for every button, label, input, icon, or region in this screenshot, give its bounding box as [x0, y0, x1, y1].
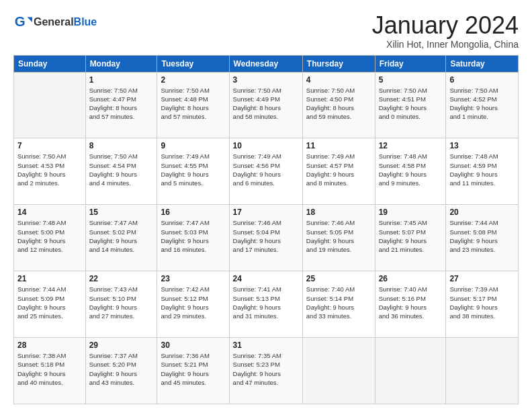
- calendar-cell: 9Sunrise: 7:49 AMSunset: 4:55 PMDaylight…: [157, 138, 229, 205]
- calendar-table: Sunday Monday Tuesday Wednesday Thursday…: [13, 55, 519, 404]
- calendar-header-row: Sunday Monday Tuesday Wednesday Thursday…: [14, 55, 519, 72]
- day-number: 12: [379, 141, 443, 150]
- day-number: 24: [233, 274, 299, 283]
- location: Xilin Hot, Inner Mongolia, China: [372, 39, 519, 50]
- calendar-cell: 10Sunrise: 7:49 AMSunset: 4:56 PMDayligh…: [229, 138, 302, 205]
- day-number: 23: [161, 274, 225, 283]
- day-number: 21: [17, 274, 82, 283]
- calendar-cell: [446, 338, 519, 404]
- day-number: 7: [17, 141, 82, 150]
- day-info: Sunrise: 7:50 AMSunset: 4:52 PMDaylight:…: [449, 86, 515, 122]
- day-info: Sunrise: 7:40 AMSunset: 5:16 PMDaylight:…: [379, 285, 443, 320]
- col-sunday: Sunday: [14, 55, 86, 72]
- day-number: 14: [17, 208, 82, 217]
- day-number: 6: [449, 75, 515, 85]
- day-number: 28: [17, 340, 82, 350]
- calendar-cell: 23Sunrise: 7:42 AMSunset: 5:12 PMDayligh…: [157, 271, 229, 338]
- day-number: 4: [306, 75, 371, 85]
- day-number: 16: [161, 208, 225, 217]
- calendar-week-row-1: 7Sunrise: 7:50 AMSunset: 4:53 PMDaylight…: [14, 138, 519, 205]
- calendar-cell: 8Sunrise: 7:50 AMSunset: 4:54 PMDaylight…: [85, 138, 157, 205]
- day-number: 27: [449, 274, 515, 283]
- day-number: 2: [161, 75, 225, 85]
- calendar-cell: 3Sunrise: 7:50 AMSunset: 4:49 PMDaylight…: [229, 72, 302, 138]
- day-number: 18: [306, 208, 371, 217]
- calendar-cell: 19Sunrise: 7:45 AMSunset: 5:07 PMDayligh…: [375, 205, 446, 271]
- day-number: 11: [306, 141, 371, 150]
- calendar-cell: 29Sunrise: 7:37 AMSunset: 5:20 PMDayligh…: [85, 338, 157, 404]
- calendar-cell: 26Sunrise: 7:40 AMSunset: 5:16 PMDayligh…: [375, 271, 446, 338]
- calendar-cell: 17Sunrise: 7:46 AMSunset: 5:04 PMDayligh…: [229, 205, 302, 271]
- calendar-cell: 14Sunrise: 7:48 AMSunset: 5:00 PMDayligh…: [14, 205, 86, 271]
- day-number: 19: [379, 208, 443, 217]
- day-info: Sunrise: 7:46 AMSunset: 5:05 PMDaylight:…: [306, 218, 371, 254]
- calendar-cell: 18Sunrise: 7:46 AMSunset: 5:05 PMDayligh…: [302, 205, 375, 271]
- calendar-cell: 22Sunrise: 7:43 AMSunset: 5:10 PMDayligh…: [85, 271, 157, 338]
- calendar-cell: 1Sunrise: 7:50 AMSunset: 4:47 PMDaylight…: [85, 72, 157, 138]
- day-number: 1: [89, 75, 154, 85]
- day-number: 31: [233, 340, 299, 350]
- day-number: 29: [89, 340, 154, 350]
- calendar-cell: 30Sunrise: 7:36 AMSunset: 5:21 PMDayligh…: [157, 338, 229, 404]
- day-info: Sunrise: 7:43 AMSunset: 5:10 PMDaylight:…: [89, 285, 154, 320]
- day-info: Sunrise: 7:44 AMSunset: 5:09 PMDaylight:…: [17, 285, 82, 320]
- logo-general-text: General: [34, 16, 74, 28]
- calendar-week-row-3: 21Sunrise: 7:44 AMSunset: 5:09 PMDayligh…: [14, 271, 519, 338]
- day-number: 15: [89, 208, 154, 217]
- calendar-cell: 15Sunrise: 7:47 AMSunset: 5:02 PMDayligh…: [85, 205, 157, 271]
- calendar-cell: [14, 72, 86, 138]
- calendar-cell: 21Sunrise: 7:44 AMSunset: 5:09 PMDayligh…: [14, 271, 86, 338]
- col-wednesday: Wednesday: [229, 55, 302, 72]
- calendar-cell: 5Sunrise: 7:50 AMSunset: 4:51 PMDaylight…: [375, 72, 446, 138]
- day-number: 22: [89, 274, 154, 283]
- day-info: Sunrise: 7:50 AMSunset: 4:49 PMDaylight:…: [233, 86, 299, 122]
- day-info: Sunrise: 7:48 AMSunset: 5:00 PMDaylight:…: [17, 218, 82, 254]
- day-info: Sunrise: 7:38 AMSunset: 5:18 PMDaylight:…: [17, 351, 82, 387]
- day-number: 9: [161, 141, 225, 150]
- day-number: 26: [379, 274, 443, 283]
- day-info: Sunrise: 7:48 AMSunset: 4:58 PMDaylight:…: [379, 152, 443, 187]
- day-info: Sunrise: 7:41 AMSunset: 5:13 PMDaylight:…: [233, 285, 299, 320]
- day-info: Sunrise: 7:50 AMSunset: 4:53 PMDaylight:…: [17, 152, 82, 187]
- day-info: Sunrise: 7:50 AMSunset: 4:54 PMDaylight:…: [89, 152, 154, 187]
- day-info: Sunrise: 7:50 AMSunset: 4:48 PMDaylight:…: [161, 86, 225, 122]
- day-info: Sunrise: 7:48 AMSunset: 4:59 PMDaylight:…: [449, 152, 515, 187]
- col-thursday: Thursday: [302, 55, 375, 72]
- day-info: Sunrise: 7:50 AMSunset: 4:47 PMDaylight:…: [89, 86, 154, 122]
- day-info: Sunrise: 7:40 AMSunset: 5:14 PMDaylight:…: [306, 285, 371, 320]
- day-info: Sunrise: 7:49 AMSunset: 4:55 PMDaylight:…: [161, 152, 225, 187]
- day-info: Sunrise: 7:35 AMSunset: 5:23 PMDaylight:…: [233, 351, 299, 387]
- day-info: Sunrise: 7:37 AMSunset: 5:20 PMDaylight:…: [89, 351, 154, 387]
- calendar-cell: [302, 338, 375, 404]
- day-number: 30: [161, 340, 225, 350]
- logo-blue-text: Blue: [74, 16, 97, 28]
- day-info: Sunrise: 7:36 AMSunset: 5:21 PMDaylight:…: [161, 351, 225, 387]
- svg-marker-1: [28, 17, 32, 21]
- calendar-cell: 11Sunrise: 7:49 AMSunset: 4:57 PMDayligh…: [302, 138, 375, 205]
- calendar-cell: 7Sunrise: 7:50 AMSunset: 4:53 PMDaylight…: [14, 138, 86, 205]
- calendar-cell: 12Sunrise: 7:48 AMSunset: 4:58 PMDayligh…: [375, 138, 446, 205]
- logo: G GeneralBlue: [13, 12, 97, 31]
- day-number: 25: [306, 274, 371, 283]
- title-area: January 2024 Xilin Hot, Inner Mongolia, …: [372, 12, 519, 50]
- calendar-cell: 16Sunrise: 7:47 AMSunset: 5:03 PMDayligh…: [157, 205, 229, 271]
- day-number: 17: [233, 208, 299, 217]
- day-info: Sunrise: 7:47 AMSunset: 5:03 PMDaylight:…: [161, 218, 225, 254]
- calendar-cell: 24Sunrise: 7:41 AMSunset: 5:13 PMDayligh…: [229, 271, 302, 338]
- calendar-cell: 28Sunrise: 7:38 AMSunset: 5:18 PMDayligh…: [14, 338, 86, 404]
- calendar-page: G GeneralBlue January 2024 Xilin Hot, In…: [0, 0, 532, 411]
- day-number: 5: [379, 75, 443, 85]
- col-friday: Friday: [375, 55, 446, 72]
- day-info: Sunrise: 7:46 AMSunset: 5:04 PMDaylight:…: [233, 218, 299, 254]
- day-info: Sunrise: 7:44 AMSunset: 5:08 PMDaylight:…: [449, 218, 515, 254]
- col-tuesday: Tuesday: [157, 55, 229, 72]
- calendar-week-row-2: 14Sunrise: 7:48 AMSunset: 5:00 PMDayligh…: [14, 205, 519, 271]
- day-number: 10: [233, 141, 299, 150]
- calendar-cell: 2Sunrise: 7:50 AMSunset: 4:48 PMDaylight…: [157, 72, 229, 138]
- calendar-cell: 20Sunrise: 7:44 AMSunset: 5:08 PMDayligh…: [446, 205, 519, 271]
- day-number: 13: [449, 141, 515, 150]
- calendar-cell: 27Sunrise: 7:39 AMSunset: 5:17 PMDayligh…: [446, 271, 519, 338]
- calendar-cell: 6Sunrise: 7:50 AMSunset: 4:52 PMDaylight…: [446, 72, 519, 138]
- day-info: Sunrise: 7:49 AMSunset: 4:57 PMDaylight:…: [306, 152, 371, 187]
- day-info: Sunrise: 7:47 AMSunset: 5:02 PMDaylight:…: [89, 218, 154, 254]
